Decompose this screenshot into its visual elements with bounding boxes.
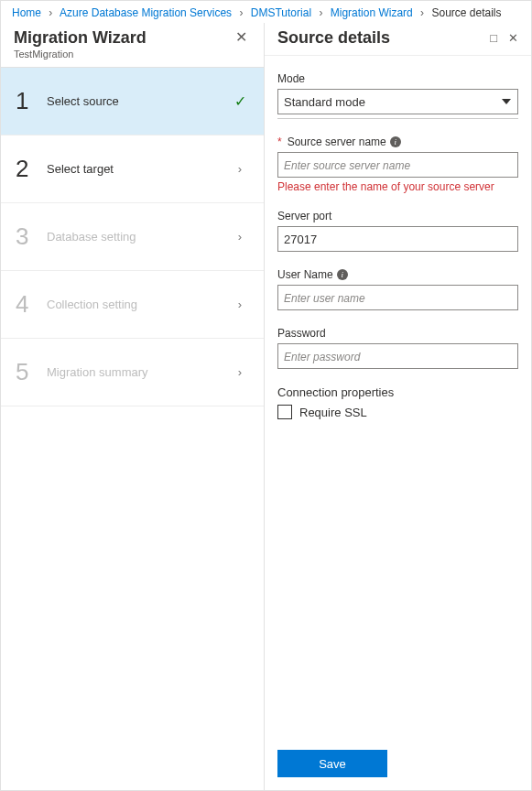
label-user-name: User Name i: [277, 268, 518, 281]
required-asterisk: *: [277, 135, 282, 148]
label-text: User Name: [277, 268, 333, 281]
app-root: Home › Azure Database Migration Services…: [0, 0, 532, 791]
step-number: 2: [16, 155, 47, 183]
step-label: Collection setting: [47, 298, 231, 311]
field-user-name: User Name i: [277, 268, 518, 310]
field-server-port: Server port: [277, 210, 518, 252]
label-password: Password: [277, 327, 518, 340]
details-title: Source details: [277, 28, 479, 48]
divider: [277, 118, 518, 119]
source-server-input[interactable]: [277, 152, 518, 178]
mode-select[interactable]: Standard mode: [277, 89, 518, 114]
details-panel: Source details □ ✕ Mode Standard mode: [265, 23, 531, 790]
save-button[interactable]: Save: [277, 750, 387, 777]
close-icon[interactable]: ✕: [232, 28, 251, 47]
chevron-right-icon: ›: [49, 6, 52, 19]
step-label: Select source: [47, 94, 231, 108]
breadcrumb: Home › Azure Database Migration Services…: [1, 1, 531, 23]
chevron-right-icon: ›: [231, 298, 249, 311]
wizard-panel: Migration Wizard TestMigration ✕ 1 Selec…: [1, 23, 265, 790]
wizard-steps: 1 Select source ✓ 2 Select target › 3 Da…: [1, 68, 264, 790]
require-ssl-label: Require SSL: [299, 406, 367, 419]
pin-icon[interactable]: □: [490, 31, 497, 45]
step-label: Migration summary: [47, 365, 231, 379]
details-footer: Save: [265, 741, 531, 790]
breadcrumb-current: Source details: [431, 6, 501, 19]
wizard-header: Migration Wizard TestMigration ✕: [1, 23, 264, 68]
details-header: Source details □ ✕: [265, 23, 531, 56]
wizard-step-collection-setting[interactable]: 4 Collection setting ›: [1, 271, 264, 339]
label-connection-properties: Connection properties: [277, 385, 518, 399]
error-message: Please enter the name of your source ser…: [277, 180, 518, 193]
field-source-server: * Source server name i Please enter the …: [277, 135, 518, 193]
chevron-right-icon: ›: [420, 6, 424, 19]
label-source-server: * Source server name i: [277, 135, 518, 148]
breadcrumb-link-adms[interactable]: Azure Database Migration Services: [60, 6, 232, 19]
wizard-step-database-setting[interactable]: 3 Database setting ›: [1, 203, 264, 271]
step-number: 3: [16, 222, 47, 251]
wizard-title: Migration Wizard: [14, 28, 232, 48]
breadcrumb-link-home[interactable]: Home: [12, 6, 41, 19]
step-label: Select target: [47, 162, 231, 176]
label-text: Source server name: [288, 135, 386, 148]
require-ssl-checkbox[interactable]: [277, 405, 292, 419]
main-body: Migration Wizard TestMigration ✕ 1 Selec…: [1, 23, 531, 790]
password-input[interactable]: [277, 343, 518, 369]
info-icon[interactable]: i: [390, 136, 401, 147]
wizard-subtitle: TestMigration: [14, 49, 232, 60]
step-number: 5: [16, 358, 47, 386]
chevron-right-icon: ›: [319, 6, 322, 19]
field-password: Password: [277, 327, 518, 369]
check-icon: ✓: [231, 92, 249, 110]
close-icon[interactable]: ✕: [508, 31, 518, 45]
label-mode: Mode: [277, 72, 518, 85]
chevron-right-icon: ›: [239, 6, 243, 19]
info-icon[interactable]: i: [337, 269, 348, 280]
chevron-right-icon: ›: [231, 162, 249, 176]
field-mode: Mode Standard mode: [277, 72, 518, 119]
step-number: 1: [16, 87, 47, 115]
user-name-input[interactable]: [277, 285, 518, 310]
details-form: Mode Standard mode * Source server name …: [265, 56, 531, 741]
server-port-input[interactable]: [277, 226, 518, 252]
chevron-right-icon: ›: [231, 365, 249, 379]
breadcrumb-link-migration-wizard[interactable]: Migration Wizard: [331, 6, 413, 19]
step-number: 4: [16, 290, 47, 319]
breadcrumb-link-dmstutorial[interactable]: DMSTutorial: [251, 6, 311, 19]
wizard-step-select-source[interactable]: 1 Select source ✓: [1, 68, 264, 135]
label-server-port: Server port: [277, 210, 518, 222]
wizard-step-select-target[interactable]: 2 Select target ›: [1, 135, 264, 203]
field-connection-properties: Connection properties Require SSL: [277, 385, 518, 419]
chevron-right-icon: ›: [231, 230, 249, 244]
wizard-step-migration-summary[interactable]: 5 Migration summary ›: [1, 339, 264, 406]
step-label: Database setting: [47, 230, 231, 244]
